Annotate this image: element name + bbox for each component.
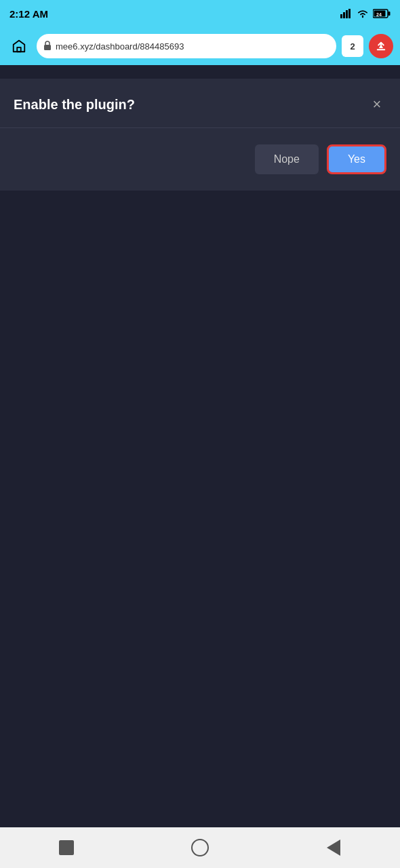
status-time: 2:12 AM xyxy=(9,8,48,20)
url-text: mee6.xyz/dashboard/884485693 xyxy=(56,41,184,52)
battery-icon: 24 xyxy=(373,9,391,18)
nope-button[interactable]: Nope xyxy=(255,144,319,174)
svg-rect-1 xyxy=(343,12,345,18)
lock-icon xyxy=(43,41,52,52)
svg-rect-9 xyxy=(44,45,51,50)
dialog-actions: Nope Yes xyxy=(14,144,386,174)
update-button[interactable] xyxy=(369,34,393,58)
address-bar[interactable]: mee6.xyz/dashboard/884485693 xyxy=(37,34,336,58)
enable-plugin-dialog: Enable the plugin? × Nope Yes xyxy=(0,79,400,191)
svg-rect-5 xyxy=(388,12,391,16)
status-bar: 2:12 AM 24 xyxy=(0,0,400,27)
yes-button[interactable]: Yes xyxy=(327,144,386,174)
home-button[interactable] xyxy=(7,34,31,58)
home-circle-icon xyxy=(191,839,209,856)
page-content: Enable the plugin? × Nope Yes xyxy=(0,65,400,827)
browser-bar: mee6.xyz/dashboard/884485693 2 xyxy=(0,27,400,65)
signal-icon xyxy=(340,9,353,18)
svg-rect-2 xyxy=(346,10,348,18)
svg-text:24: 24 xyxy=(376,12,382,17)
dialog-title: Enable the plugin? xyxy=(14,97,135,113)
svg-rect-0 xyxy=(340,14,342,18)
status-icons: 24 xyxy=(340,9,391,18)
back-nav-button[interactable] xyxy=(319,833,348,863)
home-nav-button[interactable] xyxy=(185,833,215,863)
wifi-icon xyxy=(357,9,369,18)
back-triangle-icon xyxy=(327,840,340,856)
svg-rect-3 xyxy=(348,9,351,18)
stop-icon xyxy=(59,840,74,855)
svg-rect-8 xyxy=(17,47,21,52)
bottom-nav-bar xyxy=(0,827,400,868)
dialog-header: Enable the plugin? × xyxy=(14,95,386,114)
back-button[interactable] xyxy=(52,833,81,863)
dialog-divider xyxy=(0,127,400,128)
dialog-close-button[interactable]: × xyxy=(367,95,386,114)
tab-counter[interactable]: 2 xyxy=(342,35,363,57)
